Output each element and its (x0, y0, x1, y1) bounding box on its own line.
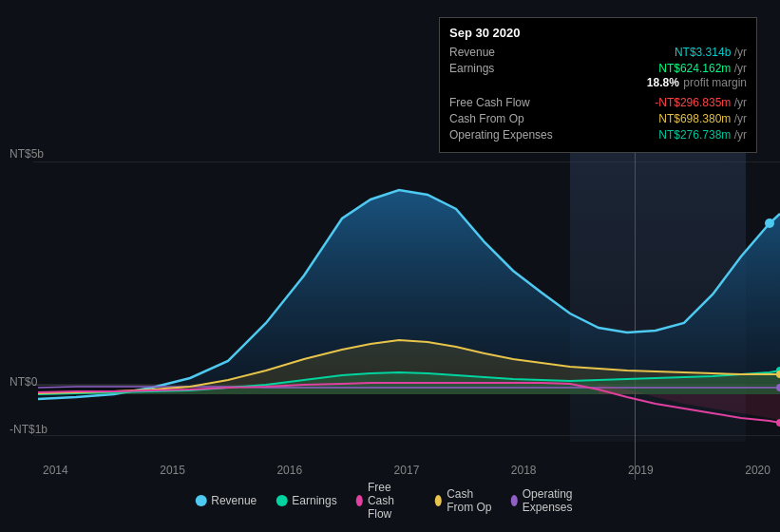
fcf-dot (776, 419, 780, 427)
legend-item-fcf[interactable]: Free Cash Flow (356, 481, 416, 521)
x-label-2020: 2020 (745, 464, 770, 477)
legend-item-earnings[interactable]: Earnings (276, 494, 336, 507)
tooltip-label-cashfromop: Cash From Op (449, 112, 554, 125)
legend-label-fcf: Free Cash Flow (368, 481, 416, 521)
chart-legend: Revenue Earnings Free Cash Flow Cash Fro… (195, 481, 585, 521)
legend-dot-opex (511, 495, 518, 506)
tooltip-label-revenue: Revenue (449, 46, 554, 59)
tooltip-value-cashfromop: NT$698.380m /yr (658, 112, 747, 125)
legend-dot-earnings (276, 495, 287, 506)
x-label-2018: 2018 (511, 464, 537, 477)
chart-container: Sep 30 2020 Revenue NT$3.314b /yr Earnin… (0, 0, 780, 532)
x-label-2017: 2017 (394, 464, 420, 477)
legend-label-earnings: Earnings (292, 494, 336, 507)
tooltip-box: Sep 30 2020 Revenue NT$3.314b /yr Earnin… (439, 17, 757, 153)
legend-dot-fcf (356, 495, 363, 506)
legend-item-opex[interactable]: Operating Expenses (511, 487, 585, 514)
tooltip-row-opex: Operating Expenses NT$276.738m /yr (449, 128, 747, 142)
tooltip-row-fcf: Free Cash Flow -NT$296.835m /yr (449, 96, 747, 109)
legend-item-cashfromop[interactable]: Cash From Op (435, 487, 492, 514)
tooltip-value-revenue: NT$3.314b /yr (675, 46, 747, 59)
legend-label-opex: Operating Expenses (523, 487, 585, 514)
tooltip-profit-margin: 18.8% profit margin (449, 76, 747, 93)
x-label-2019: 2019 (628, 464, 654, 477)
revenue-dot (765, 218, 774, 228)
tooltip-date: Sep 30 2020 (449, 26, 747, 40)
legend-dot-cashfromop (435, 495, 442, 506)
legend-label-revenue: Revenue (211, 494, 257, 507)
tooltip-row-revenue: Revenue NT$3.314b /yr (449, 46, 747, 59)
legend-dot-revenue (195, 495, 206, 506)
legend-item-revenue[interactable]: Revenue (195, 494, 257, 507)
x-axis-labels: 2014 2015 2016 2017 2018 2019 2020 (33, 464, 780, 477)
tooltip-row-earnings: Earnings NT$624.162m /yr (449, 62, 747, 75)
tooltip-value-opex: NT$276.738m /yr (658, 128, 747, 142)
tooltip-label-opex: Operating Expenses (449, 128, 554, 142)
legend-label-cashfromop: Cash From Op (447, 487, 491, 514)
tooltip-label-earnings: Earnings (449, 62, 554, 75)
tooltip-value-fcf: -NT$296.835m /yr (655, 96, 747, 109)
tooltip-value-earnings: NT$624.162m /yr (658, 62, 747, 75)
tooltip-label-fcf: Free Cash Flow (449, 96, 554, 109)
tooltip-row-cashfromop: Cash From Op NT$698.380m /yr (449, 112, 747, 125)
x-label-2014: 2014 (43, 464, 68, 477)
x-label-2015: 2015 (160, 464, 185, 477)
x-label-2016: 2016 (276, 464, 302, 477)
